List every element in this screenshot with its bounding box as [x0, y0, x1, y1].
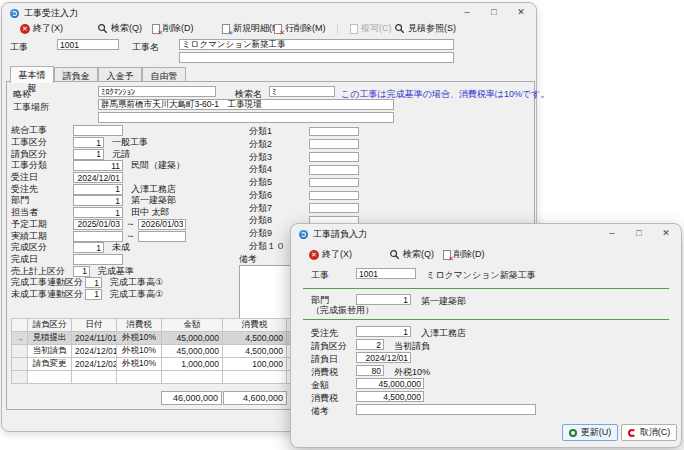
close-icon[interactable]: ✕ — [661, 228, 671, 238]
project-type-input[interactable] — [73, 137, 104, 148]
total-amount-value: 46,000,000 — [161, 391, 222, 405]
category-2-input[interactable] — [309, 139, 359, 149]
project-name-input[interactable] — [179, 39, 454, 50]
department-input[interactable] — [356, 294, 411, 305]
total-tax-value: 4,600,000 — [223, 391, 287, 405]
memo-input[interactable] — [356, 404, 536, 415]
basic-fields: 統合工事 工事区分 一般工事 請負区分 元請 工事分類 民間（建築） 受注日 — [11, 125, 249, 300]
search-icon — [97, 23, 108, 34]
field-person-in-charge: 担当者 田中 太郎 — [11, 207, 249, 219]
delete-button[interactable]: 削除(D) — [152, 22, 194, 35]
field-department: 部門 （完成振替用） 第一建築部 — [311, 294, 466, 315]
field-integrated-project: 統合工事 — [11, 125, 249, 137]
new-detail-icon — [222, 24, 230, 34]
table-row-initial-contract[interactable]: 当初請負 2024/12/01 外税10% 45,000,000 4,500,0… — [12, 345, 304, 358]
tab-basic-info[interactable]: 基本情報 — [10, 66, 54, 83]
order-date-input[interactable] — [73, 172, 123, 183]
tab-free-management[interactable]: 自由管理 — [142, 67, 186, 82]
copy-button[interactable]: 複写(C) — [350, 22, 392, 35]
table-row-estimate[interactable]: → 見積提出 2024/11/01 外税10% 45,000,000 4,500… — [12, 332, 304, 345]
search-button[interactable]: 検索(Q) — [97, 22, 142, 35]
planned-period-to-input[interactable] — [138, 219, 186, 230]
field-project-category: 工事分類 民間（建築） — [11, 160, 249, 172]
minimize-icon[interactable]: – — [462, 7, 472, 17]
project-code-input[interactable] — [57, 39, 119, 50]
completion-date-input[interactable] — [73, 254, 123, 265]
estimate-ref-icon — [394, 23, 405, 34]
table-row-empty[interactable] — [12, 371, 304, 384]
field-department: 部門 第一建築部 — [11, 195, 249, 207]
field-sales-recording-type: 売上計上区分 完成基準 — [11, 265, 249, 277]
person-in-charge-input[interactable] — [73, 207, 123, 218]
category-7-input[interactable] — [309, 203, 359, 213]
copy-icon — [350, 24, 358, 34]
exit-icon — [309, 250, 319, 260]
project-name2-input[interactable] — [179, 52, 454, 63]
category-3-input[interactable] — [309, 152, 359, 162]
field-contract-date: 請負日 — [311, 352, 411, 366]
close-icon[interactable]: ✕ — [516, 7, 526, 17]
category-4-input[interactable] — [309, 165, 359, 175]
field-completion-type: 完成区分 未成 — [11, 242, 249, 254]
row-delete-icon — [274, 24, 282, 34]
actual-period-from-input[interactable] — [73, 231, 123, 242]
category-1-input[interactable] — [309, 127, 359, 137]
field-tax: 消費税 — [311, 391, 424, 405]
tax-input[interactable] — [356, 391, 424, 402]
completion-type-input[interactable] — [73, 242, 104, 253]
table-row-contract-change[interactable]: 請負変更 2024/12/02 外税10% 1,000,000 100,000 — [12, 358, 304, 371]
field-customer: 受注先 入澤工務店 — [311, 326, 466, 340]
new-detail-button[interactable]: 新規明細(N) — [222, 22, 282, 35]
field-planned-period: 予定工期 ～ — [11, 219, 249, 231]
amount-input[interactable] — [356, 378, 424, 389]
search-name-input[interactable] — [269, 86, 335, 97]
tab-contract-amount[interactable]: 請負金額 — [54, 67, 98, 82]
actual-period-to-input[interactable] — [138, 231, 186, 242]
minimize-icon[interactable]: – — [607, 228, 617, 238]
app-icon — [10, 9, 19, 18]
cancel-icon — [628, 429, 636, 437]
uncompleted-link-type-input[interactable] — [85, 289, 102, 300]
project-category-input[interactable] — [73, 160, 123, 171]
customer-input[interactable] — [356, 326, 411, 337]
delete-button[interactable]: 削除(D) — [443, 248, 485, 261]
location2-input[interactable] — [98, 112, 394, 123]
maximize-icon[interactable]: □ — [634, 228, 644, 238]
tab-deposit-schedule[interactable]: 入金予定 — [98, 67, 142, 82]
category-5-input[interactable] — [309, 178, 359, 188]
completed-link-type-input[interactable] — [85, 277, 102, 288]
contract-entry-window: 工事請負入力 – □ ✕ 終了(X) 検索(Q) 削除(D) 工事 ミロクマンシ… — [290, 223, 682, 448]
field-memo: 備考 — [311, 404, 536, 418]
row-selector-header — [12, 319, 28, 332]
search-icon — [389, 249, 400, 260]
update-button[interactable]: 更新(U) — [562, 424, 618, 441]
maximize-icon[interactable]: □ — [489, 7, 499, 17]
exit-button[interactable]: 終了(X) — [20, 22, 63, 35]
app-icon — [299, 230, 308, 239]
estimate-ref-button[interactable]: 見積参照(S) — [394, 22, 456, 35]
integrated-project-input[interactable] — [73, 125, 123, 136]
field-category-4: 分類4 — [249, 163, 369, 176]
exit-button[interactable]: 終了(X) — [309, 248, 352, 261]
contract-division-input[interactable] — [356, 339, 384, 350]
category-6-input[interactable] — [309, 191, 359, 201]
sales-recording-type-input[interactable] — [73, 266, 90, 277]
department-input[interactable] — [73, 195, 123, 206]
location-input[interactable] — [98, 99, 394, 110]
abbr-input[interactable] — [98, 86, 216, 97]
field-project-type: 工事区分 一般工事 — [11, 137, 249, 149]
row-delete-button[interactable]: 行削除(M) — [274, 22, 326, 35]
tax-type-input[interactable] — [356, 365, 384, 376]
update-icon — [569, 429, 577, 437]
contract-date-input[interactable] — [356, 352, 411, 363]
search-button[interactable]: 検索(Q) — [389, 248, 434, 261]
col-division: 請負区分 — [28, 319, 72, 332]
contract-type-input[interactable] — [73, 149, 104, 160]
customer-input[interactable] — [73, 184, 123, 195]
project-label: 工事 — [10, 41, 28, 54]
field-uncompleted-link-type: 未成工事連動区分 完成工事高① — [11, 289, 249, 301]
cancel-button[interactable]: 取消(C) — [621, 424, 677, 441]
planned-period-from-input[interactable] — [73, 219, 123, 230]
project-code-input[interactable] — [356, 268, 416, 279]
exit-icon — [20, 24, 30, 34]
